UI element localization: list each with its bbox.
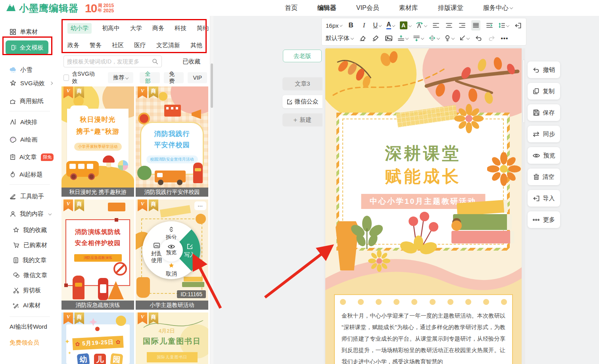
ai-to-word-link[interactable]: AI输出转Word bbox=[10, 323, 47, 331]
line-height-button[interactable] bbox=[499, 20, 509, 31]
preview-action-button[interactable]: 预览 bbox=[528, 147, 560, 164]
highlight-color-button[interactable]: A bbox=[400, 20, 411, 31]
sidebar-item-xiaoxue[interactable]: 小雪 bbox=[10, 65, 32, 75]
sidebar-item-ai-quick-layout[interactable]: Ai快排 bbox=[10, 117, 37, 127]
sidebar-item-ai-article[interactable]: Ai文章 限免 bbox=[10, 152, 54, 162]
preview-menu-item[interactable]: 预览 bbox=[160, 239, 183, 262]
insert-import-button[interactable] bbox=[514, 20, 522, 31]
search-box[interactable] bbox=[63, 56, 162, 67]
clear-action-button[interactable]: 清空 bbox=[528, 169, 560, 185]
category-simple[interactable]: 简约 bbox=[197, 25, 209, 32]
logo[interactable]: 小墨鹰编辑器 10 周 年 2015 2025 bbox=[5, 2, 114, 15]
tab-new-document[interactable]: + 新建 bbox=[282, 113, 323, 126]
sidebar-item-tool-helper[interactable]: 工具助手 bbox=[10, 192, 44, 201]
indent-button[interactable] bbox=[486, 20, 493, 31]
corner-arrow-button[interactable] bbox=[459, 33, 469, 43]
import-action-button[interactable]: 导入 bbox=[528, 190, 560, 207]
nav-item-home[interactable]: 首页 bbox=[285, 4, 298, 12]
category-university[interactable]: 大学 bbox=[130, 25, 142, 32]
format-brush-button[interactable] bbox=[372, 33, 380, 43]
doc-body-card[interactable]: 金秋十月，中心小学迎来了一年一度的主题教研活动。本次教研以“深耕课堂，赋能成长”… bbox=[334, 294, 513, 364]
align-center-button[interactable] bbox=[445, 20, 453, 31]
sidebar-item-ai-material[interactable]: AI素材 bbox=[13, 301, 40, 310]
filter-all-button[interactable]: 全部 bbox=[140, 72, 159, 83]
sidebar-item-my-content[interactable]: 我的内容 bbox=[10, 209, 51, 218]
category-government[interactable]: 政务 bbox=[67, 42, 79, 49]
template-card-childrens-book-day[interactable]: 4月2日 国际儿童图书日 国际儿童图书日 V 商 bbox=[136, 312, 208, 364]
toolbar-more-button[interactable]: ••• bbox=[501, 33, 509, 43]
search-icon[interactable] bbox=[152, 58, 158, 65]
sidebar-item-sticker[interactable]: 商用贴纸 bbox=[10, 96, 44, 106]
align-left-button[interactable] bbox=[432, 20, 440, 31]
letter-spacing-button[interactable] bbox=[416, 20, 427, 31]
category-business[interactable]: 商务 bbox=[152, 25, 164, 32]
insert-image-button[interactable] bbox=[385, 33, 393, 43]
eraser-button[interactable] bbox=[359, 33, 367, 43]
search-input[interactable] bbox=[67, 58, 150, 65]
sidebar-item-wechat-articles[interactable]: 微信文章 bbox=[13, 270, 47, 280]
free-vip-link[interactable]: 免费领会员 bbox=[10, 339, 39, 347]
template-card-fire-safety-campus[interactable]: 消防我践行 平安伴校园 校园消防安全宣传月活动 V 商 消防我践行平安伴校园 bbox=[136, 86, 208, 197]
nav-item-service-center[interactable]: 服务中心 bbox=[483, 4, 513, 12]
font-size-select[interactable]: 16px bbox=[326, 20, 342, 31]
redo-button[interactable] bbox=[488, 33, 495, 43]
bold-button[interactable]: B bbox=[347, 20, 355, 31]
margin-top-button[interactable] bbox=[398, 33, 408, 43]
collected-link[interactable]: 已收藏 bbox=[182, 58, 200, 65]
panel-scrollbar-thumb[interactable] bbox=[211, 63, 213, 108]
sidebar-item-full-template[interactable]: 全文模板 bbox=[6, 40, 48, 55]
category-police[interactable]: 警务 bbox=[90, 42, 102, 49]
copy-action-button[interactable]: 复制 bbox=[528, 83, 560, 100]
undo-action-button[interactable]: 撤销 bbox=[528, 61, 560, 78]
card-more-button[interactable]: ⋯ bbox=[194, 201, 206, 210]
tab-article-3[interactable]: 文章3 bbox=[282, 77, 323, 90]
sidebar-item-ai-painting[interactable]: Ai绘画 bbox=[10, 135, 37, 144]
sidebar-item-my-articles[interactable]: 我的文章 bbox=[13, 255, 46, 265]
sort-dropdown[interactable]: 推荐 bbox=[108, 72, 134, 83]
card-caption: 消防我践行平安伴校园 bbox=[136, 188, 208, 197]
sidebar-item-svg-animation[interactable]: s SVG动效 bbox=[10, 79, 52, 88]
nav-item-vip[interactable]: VIP会员 bbox=[356, 4, 379, 12]
template-card-autumn-trip[interactable]: 秋日漫时光 携手“趣”秋游 小学开展秋季研学活动 V 商 bbox=[61, 86, 134, 197]
canvas-scrollbar-thumb[interactable] bbox=[523, 59, 525, 123]
underline-button[interactable]: U bbox=[373, 20, 382, 31]
template-card-kindergarten-week[interactable]: ✿5月19-25日✿ 幼 儿 园 ✦ ✦ V 商 bbox=[61, 312, 134, 364]
document-canvas[interactable]: 深耕课堂 赋能成长 中心小学10月主题教研活动 bbox=[325, 48, 522, 364]
sync-action-button[interactable]: 同步 bbox=[528, 126, 560, 142]
filter-vip-button[interactable]: VIP bbox=[188, 72, 207, 83]
category-artistic[interactable]: 文艺清新 bbox=[156, 42, 180, 49]
nav-item-material-library[interactable]: 素材库 bbox=[399, 4, 418, 12]
category-middle-school[interactable]: 初高中 bbox=[102, 25, 120, 32]
undo-button[interactable] bbox=[474, 33, 482, 43]
template-card-teaching-research[interactable]: ⋯ 拆分 封面使用 预览 bbox=[136, 199, 208, 310]
margin-bottom-button[interactable] bbox=[413, 33, 424, 43]
category-tech[interactable]: 科技 bbox=[175, 25, 186, 32]
first-line-indent-button[interactable] bbox=[429, 33, 440, 43]
italic-button[interactable]: I bbox=[360, 20, 368, 31]
nav-item-typeset-course[interactable]: 排版课堂 bbox=[438, 4, 463, 12]
tab-wechat-public[interactable]: 微信公众 bbox=[282, 95, 323, 108]
old-version-button[interactable]: 去老版 bbox=[283, 50, 322, 62]
sidebar-item-clipboard[interactable]: 剪切板 bbox=[13, 285, 41, 295]
sidebar-item-my-favorites[interactable]: 我的收藏 bbox=[13, 225, 47, 235]
align-justify-button[interactable] bbox=[471, 20, 480, 31]
doc-body-text[interactable]: 金秋十月，中心小学迎来了一年一度的主题教研活动。本次教研以“深耕课堂，赋能成长”… bbox=[342, 310, 505, 364]
more-action-button[interactable]: 更多 bbox=[528, 211, 560, 228]
category-preschool[interactable]: 幼小学 bbox=[67, 23, 92, 34]
svg-effect-checkbox[interactable] bbox=[63, 75, 69, 81]
write-in-menu-item[interactable]: 写入 bbox=[183, 243, 196, 258]
font-family-select[interactable]: 默认字体 bbox=[326, 33, 353, 43]
nav-item-editor[interactable]: 编辑器 bbox=[317, 4, 336, 12]
align-right-button[interactable] bbox=[458, 20, 466, 31]
sidebar-item-ai-title[interactable]: Ai起标题 bbox=[10, 170, 42, 179]
filter-free-button[interactable]: 免费 bbox=[164, 72, 184, 83]
sidebar-item-purchased[interactable]: 已购素材 bbox=[13, 240, 47, 250]
sidebar-item-single-material[interactable]: 单素材 bbox=[10, 27, 38, 36]
save-action-button[interactable]: 保存 bbox=[528, 104, 560, 121]
category-community[interactable]: 社区 bbox=[112, 42, 124, 49]
font-color-button[interactable]: A bbox=[386, 20, 395, 31]
category-medical[interactable]: 医疗 bbox=[134, 42, 146, 49]
light-effect-button[interactable] bbox=[445, 33, 454, 43]
template-card-fire-drill[interactable]: 消防演练筑防线 安全相伴护校园 消防应急疏散演练 V 商 消防应急疏散演练 bbox=[61, 199, 134, 310]
category-other[interactable]: 其他 bbox=[190, 42, 202, 49]
